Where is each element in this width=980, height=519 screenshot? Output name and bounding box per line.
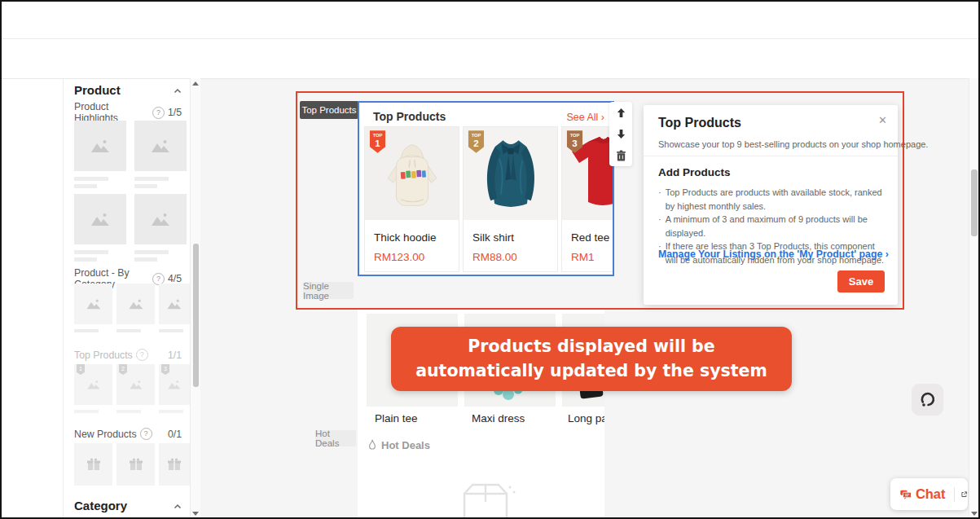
tag-label: Top Products [301, 105, 356, 115]
scroll-down-arrow[interactable] [192, 512, 199, 516]
image-placeholder[interactable] [134, 194, 187, 244]
top-products-count: 1/1 [168, 350, 182, 361]
product-by-category-count: 4/5 [168, 273, 182, 284]
product-price: RM1 [571, 251, 595, 263]
flame-icon [367, 439, 377, 451]
text-skeleton [159, 410, 183, 413]
text-skeleton [134, 257, 157, 262]
panel-section-category: Category [74, 499, 127, 512]
image-placeholder[interactable] [159, 284, 190, 324]
gift-placeholder[interactable] [159, 443, 190, 486]
panel-scrollbar[interactable] [190, 78, 200, 519]
tag-label: Single Image [303, 281, 354, 301]
top-rank-badge: TOP 1 [369, 130, 386, 154]
text-skeleton [74, 329, 99, 332]
product-card-thick-hoodie[interactable]: TOP 1 Thick hoodie RM123.00 [364, 126, 459, 272]
add-products-header: Add Products [658, 166, 731, 178]
product-name: Silk shirt [472, 231, 514, 244]
top-rank-badge: TOP 3 [566, 130, 583, 154]
chat-widget[interactable]: Chat [890, 478, 968, 510]
text-skeleton [116, 329, 141, 332]
chat-bubbles-icon [900, 487, 912, 502]
image-placeholder-ranked: 1 [74, 364, 112, 405]
support-button[interactable] [912, 384, 943, 416]
image-placeholder[interactable] [74, 121, 126, 171]
svg-text:3: 3 [572, 139, 577, 148]
hot-deals-header: Hot Deals [367, 439, 430, 451]
bullet-item: · Top Products are products with availab… [658, 186, 885, 213]
component-tag-top-products[interactable]: Top Products [300, 101, 358, 119]
text-skeleton [159, 329, 183, 332]
settings-save-button[interactable]: Save [837, 270, 885, 292]
svg-text:TOP: TOP [570, 133, 580, 138]
product-price: RM123.00 [374, 251, 424, 263]
page-scrollbar[interactable] [969, 78, 979, 519]
popout-icon[interactable] [960, 489, 968, 500]
component-toolbar [609, 102, 632, 166]
hoodie-image [378, 135, 446, 215]
svg-text:TOP: TOP [472, 133, 481, 138]
new-products-label: New Products [74, 429, 137, 440]
text-skeleton [74, 177, 108, 181]
component-tag-hot-deals[interactable]: Hot Deals [315, 430, 356, 446]
settings-save-label: Save [849, 275, 873, 288]
move-up-button[interactable] [611, 103, 631, 121]
gift-icon [86, 458, 101, 471]
image-placeholder[interactable] [134, 121, 187, 171]
product-name: Red tee [571, 231, 609, 244]
chat-divider [954, 487, 955, 502]
product-price: RM88.00 [472, 251, 517, 263]
app-window: S Home › Shop Decoration › Shop Homepage… [0, 0, 980, 519]
product-card-red-tee[interactable]: TOP 3 Red tee RM1 [561, 126, 614, 272]
new-products-count: 0/1 [168, 429, 182, 440]
help-question-icon: ? [136, 349, 148, 361]
bullet-text: A minimum of 3 and maximum of 9 products… [666, 213, 885, 240]
arrow-down-icon [616, 129, 626, 139]
tutorial-callout: Products displayed will be automatically… [391, 327, 792, 391]
text-skeleton [134, 184, 157, 188]
top-products-component-selected[interactable]: Top Products See All › [358, 101, 614, 276]
panel-scrollbar-thumb[interactable] [193, 244, 199, 387]
tag-label: Hot Deals [315, 429, 356, 448]
image-placeholder[interactable] [74, 284, 112, 324]
image-placeholder[interactable] [74, 194, 126, 244]
text-skeleton [74, 257, 97, 262]
gift-icon [129, 458, 143, 471]
bullet-item: · A minimum of 3 and maximum of 9 produc… [658, 213, 885, 240]
see-all-link[interactable]: See All › [566, 112, 604, 123]
arrow-up-icon [616, 108, 626, 118]
product-card-silk-shirt[interactable]: TOP 2 Silk shirt RM88.00 [463, 126, 558, 272]
move-down-button[interactable] [611, 125, 631, 143]
bullet-text: Top Products are products with available… [666, 186, 885, 213]
image-placeholder-ranked: 3 [159, 364, 190, 405]
scroll-down-arrow[interactable] [971, 512, 978, 516]
chat-label: Chat [916, 486, 946, 502]
manage-listings-link[interactable]: Manage Your Listings on the 'My Product'… [658, 249, 889, 260]
svg-text:2: 2 [121, 366, 125, 372]
component-panel: Product Product Highlights ? 1/5 Product… [63, 78, 190, 519]
gift-placeholder[interactable] [116, 443, 155, 486]
image-placeholder[interactable] [116, 284, 155, 324]
svg-text:3: 3 [164, 366, 167, 372]
new-products-row: New Products ? 0/1 [74, 428, 182, 440]
collapse-chevron-icon[interactable] [174, 503, 182, 511]
close-icon[interactable]: ✕ [878, 114, 887, 126]
top-products-label: Top Products [74, 350, 133, 361]
left-rail [2, 78, 64, 519]
svg-text:TOP: TOP [373, 133, 383, 138]
help-question-icon[interactable]: ? [140, 428, 152, 440]
scroll-up-arrow[interactable] [192, 81, 199, 86]
text-skeleton [74, 250, 108, 254]
page-scrollbar-thumb[interactable] [971, 169, 978, 236]
hot-deals-empty-box [367, 460, 604, 519]
bullet-marker: · [658, 186, 661, 213]
help-question-icon[interactable]: ? [152, 107, 165, 119]
component-tag-single-image[interactable]: Single Image [303, 282, 354, 299]
delete-component-button[interactable] [611, 147, 631, 165]
top-bar [2, 2, 978, 39]
panel-section-product: Product [74, 83, 121, 97]
collapse-chevron-icon[interactable] [174, 87, 182, 95]
text-skeleton [74, 184, 97, 188]
gift-placeholder[interactable] [74, 443, 112, 486]
product-name: Thick hoodie [374, 231, 437, 244]
